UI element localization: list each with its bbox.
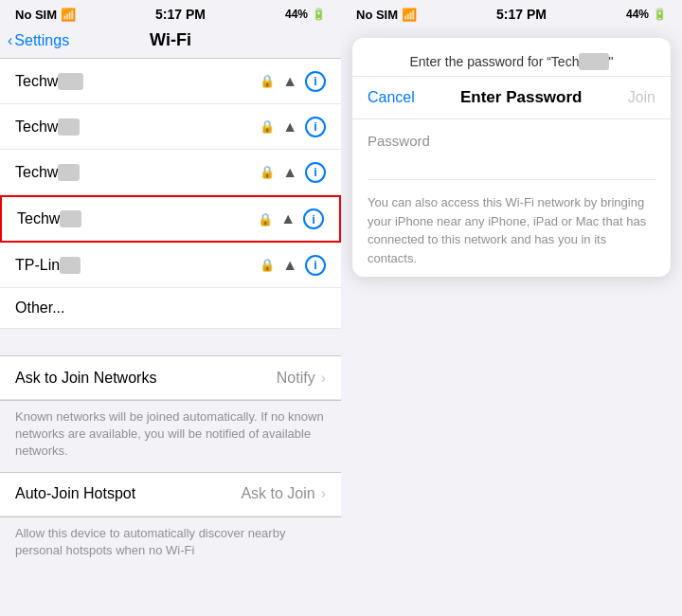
auto-join-note: Allow this device to automatically disco… — [0, 517, 341, 571]
wifi-status-icon-right: 📶 — [402, 8, 417, 22]
section-gap-1 — [0, 329, 341, 355]
info-button[interactable]: i — [305, 71, 326, 92]
password-field-container: Password — [368, 119, 655, 180]
lock-icon: 🔒 — [260, 165, 275, 179]
ask-networks-label: Ask to Join Networks — [15, 370, 277, 387]
network-name: TP-Lin — [15, 257, 260, 274]
network-icons: 🔒 ▲ i — [260, 255, 326, 276]
network-icons: 🔒 ▲ i — [260, 71, 326, 92]
network-name: Techw — [15, 164, 260, 181]
battery-icon-left: 🔋 — [312, 8, 326, 21]
nav-bar-left: ‹ Settings Wi-Fi — [0, 27, 341, 59]
battery-percent-left: 44% — [285, 8, 308, 21]
blurred-ssid — [60, 210, 81, 227]
wifi-network-selected-item[interactable]: Techw 🔒 ▲ i — [0, 195, 341, 243]
wifi-status-icon: 📶 — [61, 8, 76, 22]
ask-to-join-section: Ask to Join Networks Notify › — [0, 355, 341, 401]
wifi-network-item[interactable]: Techw 🔒 ▲ i — [0, 59, 341, 104]
icloud-note: You can also access this Wi-Fi network b… — [368, 180, 655, 277]
info-button[interactable]: i — [305, 117, 326, 137]
signal-icon: ▲ — [280, 210, 296, 227]
cancel-button[interactable]: Cancel — [368, 89, 415, 106]
join-button[interactable]: Join — [628, 89, 655, 106]
hint-prefix: Enter the password for “Tech — [409, 54, 579, 69]
auto-join-label: Auto-Join Hotspot — [15, 485, 241, 502]
blurred-ssid — [58, 73, 83, 90]
chevron-icon: › — [321, 485, 326, 502]
no-sim-label: No SIM — [15, 8, 57, 22]
no-sim-label-right: No SIM — [356, 8, 398, 22]
signal-icon: ▲ — [282, 73, 297, 90]
password-input[interactable] — [368, 153, 655, 170]
dialog-title: Enter Password — [460, 88, 583, 107]
password-input-row — [368, 153, 655, 170]
lock-icon: 🔒 — [260, 258, 275, 272]
page-title: Wi-Fi — [150, 30, 191, 50]
password-dialog: Enter the password for “Tech " Cancel En… — [352, 38, 671, 277]
signal-icon: ▲ — [282, 118, 297, 136]
lock-icon: 🔒 — [260, 119, 275, 134]
lock-icon: 🔒 — [258, 212, 273, 226]
auto-join-row[interactable]: Auto-Join Hotspot Ask to Join › — [0, 473, 341, 516]
lock-icon: 🔒 — [260, 74, 275, 88]
status-bar-left: No SIM 📶 5:17 PM 44% 🔋 — [0, 0, 341, 27]
time-left: 5:17 PM — [155, 7, 206, 22]
ask-networks-note: Known networks will be joined automatica… — [0, 401, 341, 472]
right-panel: No SIM 📶 5:17 PM 44% 🔋 Enter the passwor… — [341, 0, 682, 616]
other-label: Other... — [15, 299, 64, 317]
network-name: Techw — [15, 118, 260, 136]
status-bar-right: No SIM 📶 5:17 PM 44% 🔋 — [341, 0, 682, 27]
signal-icon: ▲ — [282, 257, 297, 274]
battery-right: 44% 🔋 — [626, 8, 667, 21]
wifi-network-item[interactable]: Techw 🔒 ▲ i — [0, 104, 341, 150]
other-network-item[interactable]: Other... — [0, 288, 341, 329]
network-icons: 🔒 ▲ i — [260, 117, 326, 137]
ask-networks-value: Notify — [277, 370, 315, 387]
network-icons: 🔒 ▲ i — [260, 162, 326, 183]
blurred-ssid — [58, 164, 79, 181]
auto-join-section: Auto-Join Hotspot Ask to Join › — [0, 472, 341, 517]
dialog-body: Password You can also access this Wi-Fi … — [352, 119, 671, 277]
status-carrier-right: No SIM 📶 — [356, 8, 417, 22]
battery-percent-right: 44% — [626, 8, 649, 21]
network-name: Techw — [15, 73, 260, 90]
wifi-network-list: Techw 🔒 ▲ i Techw 🔒 ▲ i Techw — [0, 59, 341, 329]
blurred-ssid — [60, 257, 81, 274]
wifi-network-item[interactable]: Techw 🔒 ▲ i — [0, 150, 341, 195]
battery-left: 44% 🔋 — [285, 8, 326, 21]
signal-icon: ▲ — [282, 164, 297, 181]
dialog-hint: Enter the password for “Tech " — [352, 38, 671, 77]
dialog-title-bar: Cancel Enter Password Join — [352, 77, 671, 119]
wifi-network-item[interactable]: TP-Lin 🔒 ▲ i — [0, 243, 341, 288]
info-button[interactable]: i — [303, 208, 324, 229]
network-icons: 🔒 ▲ i — [258, 208, 324, 229]
battery-icon-right: 🔋 — [653, 8, 667, 21]
blurred-ssid — [58, 118, 79, 136]
auto-join-value: Ask to Join — [241, 485, 314, 502]
chevron-icon: › — [321, 370, 326, 387]
left-panel: No SIM 📶 5:17 PM 44% 🔋 ‹ Settings Wi-Fi … — [0, 0, 341, 616]
hint-blurred — [579, 53, 608, 70]
ask-networks-row[interactable]: Ask to Join Networks Notify › — [0, 356, 341, 400]
time-right: 5:17 PM — [496, 7, 547, 22]
password-label: Password — [368, 133, 655, 149]
back-chevron-icon: ‹ — [8, 32, 12, 49]
back-label[interactable]: Settings — [14, 32, 69, 49]
network-name: Techw — [17, 210, 258, 227]
status-carrier-left: No SIM 📶 — [15, 8, 76, 22]
info-button[interactable]: i — [305, 255, 326, 276]
info-button[interactable]: i — [305, 162, 326, 183]
back-button[interactable]: ‹ Settings — [8, 32, 69, 49]
